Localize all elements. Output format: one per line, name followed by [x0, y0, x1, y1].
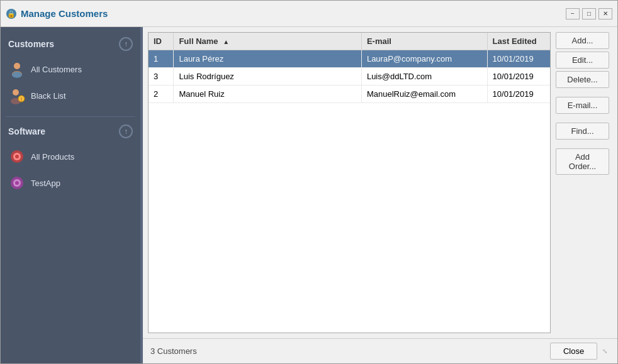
testapp-label: TestApp — [31, 179, 60, 188]
maximize-button[interactable]: □ — [582, 8, 596, 19]
black-list-label: Black List — [31, 91, 66, 101]
software-collapse-button[interactable]: ↑ — [119, 124, 133, 138]
table-header-row: ID Full Name ▲ E-mail Last — [149, 33, 550, 50]
bottom-controls: Close ⤡ — [550, 343, 610, 360]
customers-table: ID Full Name ▲ E-mail Last — [149, 33, 550, 103]
cell-id: 2 — [149, 85, 174, 103]
cell-id: 3 — [149, 68, 174, 85]
action-buttons-panel: Add... Edit... Delete... E-mail... Find.… — [556, 32, 612, 333]
svg-point-5 — [14, 63, 20, 69]
add-button[interactable]: Add... — [556, 32, 609, 49]
table-row[interactable]: 1Laura PérezLauraP@company.com10/01/2019 — [149, 50, 550, 68]
cell-email: LauraP@company.com — [361, 50, 487, 68]
col-header-id[interactable]: ID — [149, 33, 174, 50]
window-controls: − □ ✕ — [566, 8, 612, 19]
software-section-title: Software — [8, 126, 45, 136]
black-list-icon: ! — [8, 87, 26, 104]
sidebar-item-all-customers[interactable]: All Customers — [1, 56, 140, 82]
all-products-icon — [8, 148, 26, 165]
status-text: 3 Customers — [150, 346, 197, 356]
button-separator-3 — [556, 142, 612, 146]
customers-section-title: Customers — [8, 39, 54, 49]
sidebar-item-testapp[interactable]: TestApp — [1, 170, 140, 196]
sidebar: Customers ↑ All Customers — [1, 27, 140, 363]
customers-collapse-button[interactable]: ↑ — [119, 37, 133, 51]
customers-section-header: Customers ↑ — [1, 32, 140, 56]
svg-point-12 — [15, 155, 19, 158]
all-customers-icon — [8, 60, 26, 78]
customers-section: Customers ↑ All Customers — [1, 32, 140, 109]
table-row[interactable]: 2Manuel RuizManuelRuiz@email.com10/01/20… — [149, 85, 550, 103]
cell-email: Luis@ddLTD.com — [361, 68, 487, 85]
window-title: Manage Customers — [21, 8, 566, 19]
delete-button[interactable]: Delete... — [556, 71, 609, 88]
content-area: ID Full Name ▲ E-mail Last — [143, 27, 617, 338]
software-section-header: Software ↑ — [1, 119, 140, 143]
title-bar: 🔒 Manage Customers − □ ✕ — [1, 1, 617, 27]
minimize-button[interactable]: − — [566, 8, 580, 19]
main-content: Customers ↑ All Customers — [1, 27, 617, 363]
all-products-label: All Products — [31, 152, 74, 162]
customers-table-container: ID Full Name ▲ E-mail Last — [148, 32, 551, 333]
cell-lastedited: 10/01/2019 — [487, 50, 550, 68]
sidebar-divider — [6, 116, 135, 117]
close-button[interactable]: Close — [550, 343, 597, 360]
cell-fullname: Laura Pérez — [174, 50, 361, 68]
sort-arrow-fullname: ▲ — [223, 38, 229, 45]
cell-lastedited: 10/01/2019 — [487, 68, 550, 85]
sidebar-item-all-products[interactable]: All Products — [1, 143, 140, 170]
cell-fullname: Luis Rodríguez — [174, 68, 361, 85]
col-header-email[interactable]: E-mail — [361, 33, 487, 50]
col-header-fullname[interactable]: Full Name ▲ — [174, 33, 361, 50]
email-button[interactable]: E-mail... — [556, 97, 609, 114]
add-order-button[interactable]: Add Order... — [556, 148, 609, 175]
bottom-bar: 3 Customers Close ⤡ — [143, 338, 617, 363]
right-area: ID Full Name ▲ E-mail Last — [143, 27, 617, 363]
cell-email: ManuelRuiz@email.com — [361, 85, 487, 103]
svg-point-15 — [15, 181, 19, 185]
software-section: Software ↑ All Products — [1, 119, 140, 196]
main-window: 🔒 Manage Customers − □ ✕ Customers ↑ — [0, 0, 618, 364]
app-icon: 🔒 — [6, 8, 17, 19]
svg-text:🔒: 🔒 — [7, 9, 16, 18]
cell-id: 1 — [149, 50, 174, 68]
svg-point-6 — [13, 89, 19, 96]
svg-text:!: ! — [21, 96, 23, 102]
all-customers-label: All Customers — [31, 65, 82, 74]
col-header-lastedited[interactable]: Last Edited — [487, 33, 550, 50]
resize-handle[interactable]: ⤡ — [602, 348, 610, 355]
testapp-icon — [8, 174, 26, 192]
cell-lastedited: 10/01/2019 — [487, 85, 550, 103]
edit-button[interactable]: Edit... — [556, 52, 609, 69]
table-row[interactable]: 3Luis RodríguezLuis@ddLTD.com10/01/2019 — [149, 68, 550, 85]
svg-point-4 — [12, 72, 22, 78]
close-window-button[interactable]: ✕ — [598, 8, 612, 19]
button-separator-1 — [556, 91, 612, 94]
button-separator-2 — [556, 116, 612, 120]
find-button[interactable]: Find... — [556, 123, 609, 140]
cell-fullname: Manuel Ruiz — [174, 85, 361, 103]
sidebar-item-black-list[interactable]: ! Black List — [1, 82, 140, 109]
